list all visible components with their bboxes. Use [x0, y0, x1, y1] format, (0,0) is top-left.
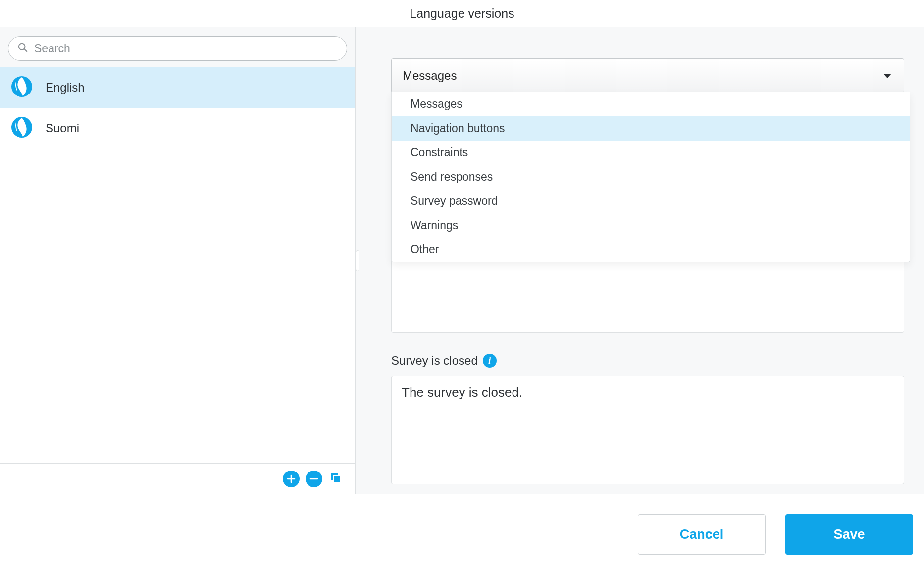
right-panel: Messages Messages Navigation buttons Con…	[356, 27, 924, 494]
svg-line-1	[24, 49, 27, 51]
copy-language-button[interactable]	[328, 472, 343, 486]
dropdown-option-warnings[interactable]: Warnings	[392, 213, 910, 237]
category-dropdown-panel: Messages Navigation buttons Constraints …	[391, 92, 910, 262]
language-list: English Suomi	[0, 67, 355, 464]
save-button[interactable]: Save	[785, 514, 913, 555]
dropdown-option-label: Warnings	[411, 219, 458, 232]
chevron-down-icon	[883, 69, 892, 83]
dropdown-option-constraints[interactable]: Constraints	[392, 141, 910, 165]
field-label-text: Survey is closed	[391, 354, 478, 368]
minus-icon	[309, 474, 318, 483]
language-item-suomi[interactable]: Suomi	[0, 108, 355, 148]
copy-icon	[329, 472, 342, 486]
page-title: Language versions	[0, 0, 924, 27]
category-dropdown[interactable]: Messages	[391, 58, 904, 93]
plus-icon	[287, 474, 296, 483]
footer: Cancel Save	[0, 494, 924, 566]
dropdown-option-messages[interactable]: Messages	[392, 92, 910, 116]
category-dropdown-value: Messages	[403, 69, 457, 83]
search-field[interactable]	[8, 36, 347, 61]
field-survey-closed: Survey is closed i	[391, 354, 904, 486]
field-label-row: Survey is closed i	[391, 354, 904, 368]
dropdown-option-label: Navigation buttons	[411, 122, 505, 135]
dropdown-option-label: Send responses	[411, 170, 493, 184]
globe-icon	[11, 76, 33, 99]
search-icon	[17, 42, 33, 55]
dropdown-option-send-responses[interactable]: Send responses	[392, 165, 910, 189]
search-bar-wrap	[0, 27, 355, 67]
dropdown-option-survey-password[interactable]: Survey password	[392, 189, 910, 213]
info-icon[interactable]: i	[483, 354, 497, 368]
svg-rect-5	[333, 475, 341, 483]
dropdown-option-label: Constraints	[411, 146, 468, 159]
remove-language-button[interactable]	[306, 471, 322, 487]
language-item-label: English	[46, 81, 85, 94]
dropdown-option-navigation-buttons[interactable]: Navigation buttons	[392, 116, 910, 141]
globe-icon	[11, 116, 33, 140]
add-language-button[interactable]	[283, 471, 300, 487]
left-toolbar	[0, 464, 355, 494]
main-panel: English Suomi	[0, 27, 924, 494]
splitter-handle[interactable]	[356, 250, 359, 271]
left-panel: English Suomi	[0, 27, 356, 494]
category-dropdown-header[interactable]: Messages	[391, 58, 904, 93]
dropdown-option-other[interactable]: Other	[392, 237, 910, 262]
language-item-label: Suomi	[46, 121, 79, 135]
cancel-button[interactable]: Cancel	[638, 514, 766, 555]
dropdown-option-label: Survey password	[411, 194, 498, 208]
dropdown-option-label: Messages	[411, 97, 462, 111]
language-item-english[interactable]: English	[0, 67, 355, 108]
survey-closed-textarea[interactable]	[391, 376, 904, 484]
search-input[interactable]	[33, 42, 338, 56]
dropdown-option-label: Other	[411, 243, 439, 256]
